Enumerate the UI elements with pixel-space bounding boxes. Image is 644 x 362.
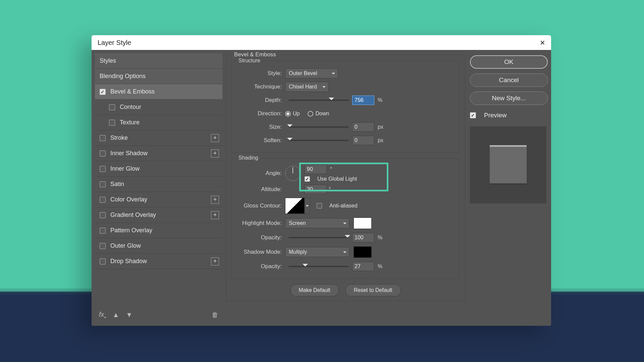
sidebar-item-inner-glow[interactable]: Inner Glow: [95, 161, 222, 177]
highlight-mode-dropdown[interactable]: Screen: [285, 218, 350, 228]
add-effect-icon[interactable]: +: [211, 196, 219, 204]
dialog-titlebar: Layer Style ×: [92, 35, 551, 50]
preview-label: Preview: [484, 112, 507, 119]
sidebar-item-label: Drop Shadow: [110, 258, 147, 265]
cancel-button[interactable]: Cancel: [470, 73, 548, 87]
checkbox-icon[interactable]: [100, 197, 106, 203]
sidebar-item-label: Inner Glow: [110, 165, 140, 172]
sidebar-item-contour[interactable]: Contour: [95, 100, 222, 115]
blending-options-item[interactable]: Blending Options: [95, 69, 222, 84]
highlight-color-swatch[interactable]: [354, 218, 372, 229]
add-effect-icon[interactable]: +: [211, 149, 219, 158]
technique-value: Chisel Hard: [289, 84, 317, 90]
sidebar-item-label: Satin: [110, 181, 124, 188]
highlight-opacity-slider[interactable]: [288, 237, 349, 238]
close-icon[interactable]: ×: [540, 38, 545, 48]
angle-dial[interactable]: [285, 166, 301, 181]
shadow-mode-label: Shadow Mode:: [236, 249, 285, 255]
gloss-contour-dropdown[interactable]: [305, 198, 310, 214]
style-list: Styles Blending Options Bevel & Emboss C…: [95, 53, 222, 307]
preview-checkbox[interactable]: [470, 112, 476, 118]
sidebar-item-outer-glow[interactable]: Outer Glow: [95, 238, 222, 254]
main-area: Bevel & Emboss Structure Style: Outer Be…: [226, 53, 548, 322]
style-value: Outer Bevel: [289, 70, 317, 76]
shadow-opacity-unit: %: [378, 263, 382, 269]
move-down-icon[interactable]: ▼: [126, 311, 132, 319]
soften-unit: px: [378, 137, 383, 143]
style-dropdown[interactable]: Outer Bevel: [285, 68, 338, 78]
direction-up-radio[interactable]: [285, 111, 291, 117]
sidebar-item-texture[interactable]: Texture: [95, 115, 222, 130]
styles-header[interactable]: Styles: [95, 53, 222, 69]
style-label: Style:: [236, 70, 285, 77]
checkbox-icon[interactable]: [100, 181, 106, 187]
shadow-mode-dropdown[interactable]: Multiply: [285, 247, 350, 257]
checkbox-icon[interactable]: [100, 166, 106, 172]
move-up-icon[interactable]: ▲: [113, 311, 119, 319]
sidebar-item-pattern-overlay[interactable]: Pattern Overlay: [95, 223, 222, 238]
sidebar-item-bevel-emboss[interactable]: Bevel & Emboss: [95, 84, 222, 100]
antialiased-checkbox[interactable]: [317, 203, 322, 208]
depth-unit: %: [378, 97, 382, 103]
sidebar-item-gradient-overlay[interactable]: Gradient Overlay +: [95, 207, 222, 223]
angle-input[interactable]: [305, 165, 327, 174]
sidebar-item-label: Contour: [120, 104, 141, 111]
checkbox-icon[interactable]: [100, 228, 106, 234]
checkbox-icon[interactable]: [100, 243, 106, 249]
size-slider[interactable]: [288, 126, 349, 128]
make-default-button[interactable]: Make Default: [290, 284, 339, 296]
dialog-title: Layer Style: [98, 39, 131, 47]
add-effect-icon[interactable]: +: [211, 211, 219, 219]
depth-slider[interactable]: [288, 100, 349, 101]
shadow-opacity-slider[interactable]: [288, 266, 349, 267]
bevel-emboss-fieldset: Bevel & Emboss Structure Style: Outer Be…: [226, 55, 465, 301]
ok-button[interactable]: OK: [470, 55, 548, 69]
checkbox-icon[interactable]: [109, 120, 115, 126]
trash-icon[interactable]: 🗑: [212, 311, 218, 319]
checkbox-icon[interactable]: [100, 150, 106, 157]
soften-slider[interactable]: [288, 140, 349, 141]
checkbox-icon[interactable]: [100, 212, 106, 218]
altitude-unit: °: [329, 186, 331, 192]
sidebar-item-label: Pattern Overlay: [110, 227, 152, 234]
shadow-opacity-input[interactable]: [352, 262, 374, 271]
add-effect-icon[interactable]: +: [211, 134, 219, 142]
sidebar-item-inner-shadow[interactable]: Inner Shadow +: [95, 146, 222, 161]
structure-group: Structure Style: Outer Bevel Technique: …: [231, 61, 460, 153]
structure-title: Structure: [236, 58, 262, 64]
checkbox-icon[interactable]: [100, 135, 106, 141]
size-unit: px: [378, 124, 383, 130]
size-label: Size:: [236, 124, 285, 130]
direction-up-label: Up: [293, 111, 300, 117]
direction-down-radio[interactable]: [308, 111, 313, 117]
gloss-contour-label: Gloss Contour:: [236, 202, 285, 209]
shadow-color-swatch[interactable]: [354, 246, 372, 258]
highlight-opacity-input[interactable]: [352, 233, 374, 242]
gloss-contour-swatch[interactable]: [285, 198, 305, 214]
size-input[interactable]: [352, 122, 374, 132]
sidebar-item-label: Texture: [120, 119, 140, 126]
sidebar-item-stroke[interactable]: Stroke +: [95, 130, 222, 146]
new-style-button[interactable]: New Style...: [470, 92, 548, 105]
add-effect-icon[interactable]: +: [211, 257, 219, 265]
altitude-label: Altitude:: [236, 186, 285, 193]
global-light-checkbox[interactable]: [305, 176, 310, 182]
checkbox-icon[interactable]: [100, 89, 106, 95]
checkbox-icon[interactable]: [109, 104, 115, 110]
sidebar-item-color-overlay[interactable]: Color Overlay +: [95, 192, 222, 207]
shadow-opacity-label: Opacity:: [236, 263, 285, 270]
styles-header-label: Styles: [100, 57, 116, 64]
right-column: OK Cancel New Style... Preview: [470, 53, 548, 322]
technique-dropdown[interactable]: Chisel Hard: [285, 82, 329, 92]
sidebar-item-satin[interactable]: Satin: [95, 177, 222, 192]
preview-box: [470, 126, 546, 203]
sidebar-item-drop-shadow[interactable]: Drop Shadow +: [95, 254, 222, 269]
soften-input[interactable]: [352, 136, 374, 145]
sidebar-item-label: Inner Shadow: [110, 150, 148, 157]
altitude-input[interactable]: [305, 185, 327, 194]
sidebar-item-label: Stroke: [110, 134, 128, 141]
reset-default-button[interactable]: Reset to Default: [345, 284, 401, 296]
checkbox-icon[interactable]: [100, 258, 106, 264]
depth-input[interactable]: [352, 96, 374, 105]
fx-menu-icon[interactable]: fx▾: [99, 311, 106, 319]
